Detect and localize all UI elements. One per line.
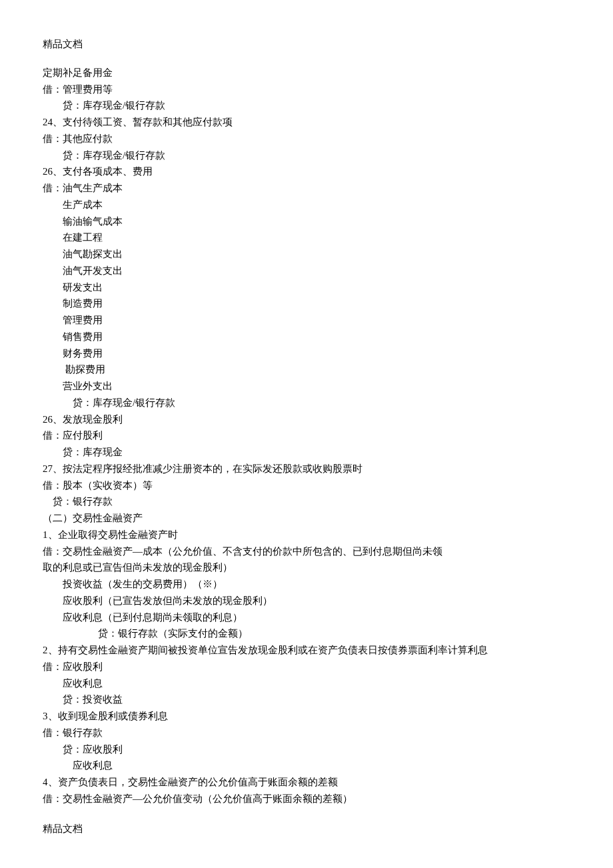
body-line: 贷：库存现金 (43, 444, 570, 461)
body-line: 输油输气成本 (43, 213, 570, 230)
body-line: 在建工程 (43, 229, 570, 246)
body-line: 贷：银行存款 (43, 493, 570, 510)
body-line: 管理费用 (43, 312, 570, 329)
document-body: 定期补足备用金借：管理费用等贷：库存现金/银行存款24、支付待领工资、暂存款和其… (43, 65, 570, 807)
body-line: 1、企业取得交易性金融资产时 (43, 527, 570, 543)
body-line: 4、资产负债表日，交易性金融资产的公允价值高于账面余额的差额 (43, 774, 570, 791)
body-line: 借：银行存款 (43, 725, 570, 741)
page-header: 精品文档 (43, 36, 570, 53)
body-line: 26、发放现金股利 (43, 411, 570, 428)
body-line: 营业外支出 (43, 378, 570, 395)
body-line: 借：交易性金融资产—公允价值变动（公允价值高于账面余额的差额） (43, 791, 570, 807)
body-line: 借：应付股利 (43, 427, 570, 444)
header-text: 精品文档 (43, 39, 83, 49)
body-line: 借：其他应付款 (43, 131, 570, 147)
page-footer: 精品文档 (43, 821, 570, 837)
body-line: 贷：应收股利 (43, 741, 570, 758)
body-line: 24、支付待领工资、暂存款和其他应付款项 (43, 114, 570, 131)
body-line: 应收股利（已宣告发放但尚未发放的现金股利） (43, 593, 570, 609)
body-line: 油气勘探支出 (43, 246, 570, 263)
body-line: 油气开发支出 (43, 263, 570, 279)
body-line: 应收利息 (43, 757, 570, 774)
body-line: 贷：库存现金/银行存款 (43, 395, 570, 411)
body-line: 借：股本（实收资本）等 (43, 477, 570, 494)
body-line: 财务费用 (43, 345, 570, 362)
body-line: 制造费用 (43, 295, 570, 312)
body-line: 销售费用 (43, 329, 570, 345)
body-line: 应收利息（已到付息期尚未领取的利息） (43, 609, 570, 626)
body-line: 2、持有交易性金融资产期间被投资单位宣告发放现金股利或在资产负债表日按债券票面利… (43, 642, 570, 659)
body-line: 投资收益（发生的交易费用）（※） (43, 576, 570, 593)
body-line: 26、支付各项成本、费用 (43, 163, 570, 180)
body-line: 借：交易性金融资产—成本（公允价值、不含支付的价款中所包含的、已到付息期但尚未领 (43, 543, 570, 560)
body-line: 贷：投资收益 (43, 691, 570, 708)
body-line: （二）交易性金融资产 (43, 510, 570, 527)
body-line: 勘探费用 (43, 361, 570, 378)
body-line: 取的利息或已宣告但尚未发放的现金股利） (43, 559, 570, 576)
body-line: 应收利息 (43, 675, 570, 692)
body-line: 27、按法定程序报经批准减少注册资本的，在实际发还股款或收购股票时 (43, 461, 570, 477)
body-line: 贷：库存现金/银行存款 (43, 97, 570, 114)
body-line: 借：管理费用等 (43, 81, 570, 98)
body-line: 贷：银行存款（实际支付的金额） (43, 625, 570, 642)
body-line: 贷：库存现金/银行存款 (43, 147, 570, 164)
body-line: 3、收到现金股利或债券利息 (43, 708, 570, 725)
body-line: 研发支出 (43, 279, 570, 296)
body-line: 借：应收股利 (43, 659, 570, 675)
body-line: 借：油气生产成本 (43, 180, 570, 197)
body-line: 定期补足备用金 (43, 65, 570, 81)
body-line: 生产成本 (43, 197, 570, 213)
footer-text: 精品文档 (43, 823, 83, 834)
document-page: 精品文档 定期补足备用金借：管理费用等贷：库存现金/银行存款24、支付待领工资、… (0, 0, 613, 868)
